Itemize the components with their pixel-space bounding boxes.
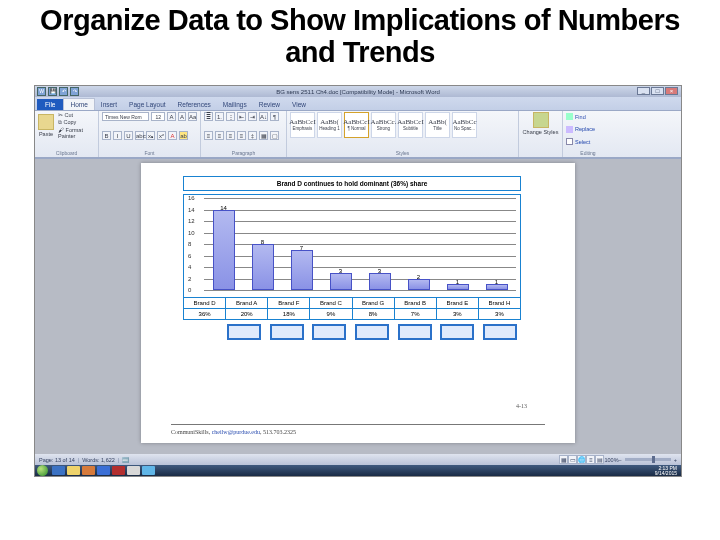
bar-brand-g: 3 xyxy=(363,268,397,290)
taskbar-powerpoint-icon[interactable] xyxy=(82,466,95,475)
maximize-icon[interactable]: □ xyxy=(651,87,664,95)
chart-plot-area: 0246810121416148733211 xyxy=(183,194,521,298)
y-tick-label: 10 xyxy=(188,230,195,236)
outdent-button[interactable]: ⇤ xyxy=(237,112,246,121)
multilevel-button[interactable]: ⋮ xyxy=(226,112,235,121)
callout-box xyxy=(440,324,474,340)
justify-button[interactable]: ≡ xyxy=(237,131,246,140)
style-tile-2[interactable]: AaBbCcI¶ Normal xyxy=(344,112,369,138)
font-size-combo[interactable]: 12 xyxy=(151,112,166,121)
number-button[interactable]: 1. xyxy=(215,112,224,121)
find-button[interactable]: Find xyxy=(566,113,610,120)
sub-button[interactable]: x₂ xyxy=(146,131,155,140)
bold-button[interactable]: B xyxy=(102,131,111,140)
pilcrow-button[interactable]: ¶ xyxy=(270,112,279,121)
taskbar-skype-icon[interactable] xyxy=(142,466,155,475)
tab-references[interactable]: References xyxy=(172,99,217,110)
quick-access-toolbar: W 💾 ↶ ↷ xyxy=(37,87,79,96)
format-painter-button[interactable]: 🖌 Format Painter xyxy=(58,127,95,139)
chart-title: Brand D continues to hold dominant (36%)… xyxy=(183,176,521,191)
zoom-slider[interactable] xyxy=(625,458,671,461)
group-styles: AaBbCcIEmphasisAaBb(Heading 1AaBbCcI¶ No… xyxy=(287,111,519,157)
style-tile-0[interactable]: AaBbCcIEmphasis xyxy=(290,112,315,138)
line-spacing-button[interactable]: ‡ xyxy=(248,131,257,140)
callout-box xyxy=(227,324,261,340)
tab-home[interactable]: Home xyxy=(63,98,94,110)
tab-page-layout[interactable]: Page Layout xyxy=(123,99,172,110)
cat-cell: Brand E xyxy=(436,298,478,308)
highlight-button[interactable]: ab xyxy=(179,131,188,140)
ribbon: Paste ✂ Cut ⧉ Copy 🖌 Format Painter Clip… xyxy=(35,111,681,159)
bars-row: 148733211 xyxy=(204,198,516,290)
replace-button[interactable]: Replace xyxy=(566,126,610,133)
change-styles-button[interactable]: Change Styles xyxy=(522,112,559,135)
indent-button[interactable]: ⇥ xyxy=(248,112,257,121)
tab-view[interactable]: View xyxy=(286,99,312,110)
sort-button[interactable]: A↓ xyxy=(259,112,268,121)
grow-font-button[interactable]: A xyxy=(167,112,175,121)
font-color-button[interactable]: A xyxy=(168,131,177,140)
shading-button[interactable]: ▦ xyxy=(259,131,268,140)
contact-link[interactable]: cheilw@purdue.edu xyxy=(212,429,260,435)
cat-cell: Brand A xyxy=(225,298,267,308)
redo-icon[interactable]: ↷ xyxy=(70,87,79,96)
status-bar: Page: 13 of 14| Words: 1,622| 🔤 ▦ ▭ 🌐 ≡ … xyxy=(35,454,681,465)
taskbar-recorder-icon[interactable] xyxy=(112,466,125,475)
strike-button[interactable]: abc xyxy=(135,131,144,140)
bar-brand-b: 2 xyxy=(402,274,436,291)
save-icon[interactable]: 💾 xyxy=(48,87,57,96)
italic-button[interactable]: I xyxy=(113,131,122,140)
y-tick-label: 0 xyxy=(188,287,191,293)
underline-button[interactable]: U xyxy=(124,131,133,140)
align-center-button[interactable]: ≡ xyxy=(215,131,224,140)
style-tile-4[interactable]: AaBbCcISubtitle xyxy=(398,112,423,138)
tab-insert[interactable]: Insert xyxy=(95,99,123,110)
tab-review[interactable]: Review xyxy=(253,99,286,110)
change-case-button[interactable]: Aa xyxy=(188,112,197,121)
bullets-button[interactable]: ≣ xyxy=(204,112,213,121)
font-family-combo[interactable]: Times New Rom xyxy=(102,112,149,121)
paste-button[interactable]: Paste xyxy=(38,114,54,137)
ribbon-tabstrip: File Home Insert Page Layout References … xyxy=(35,97,681,111)
tab-mailings[interactable]: Mailings xyxy=(217,99,253,110)
style-tile-5[interactable]: AaBb(Title xyxy=(425,112,450,138)
zoom-in-button[interactable]: + xyxy=(674,457,677,463)
close-icon[interactable]: × xyxy=(665,87,678,95)
taskbar-explorer-icon[interactable] xyxy=(67,466,80,475)
minimize-icon[interactable]: _ xyxy=(637,87,650,95)
copy-button[interactable]: ⧉ Copy xyxy=(58,119,95,126)
group-label-paragraph: Paragraph xyxy=(204,150,283,156)
zoom-out-button[interactable]: − xyxy=(619,457,622,463)
borders-button[interactable]: ▢ xyxy=(270,131,279,140)
taskbar-word-icon[interactable] xyxy=(97,466,110,475)
style-tile-1[interactable]: AaBb(Heading 1 xyxy=(317,112,342,138)
zoom-percent[interactable]: 100% xyxy=(604,457,618,463)
style-tile-3[interactable]: AaBbCc.Strong xyxy=(371,112,396,138)
taskbar-chrome-icon[interactable] xyxy=(127,466,140,475)
select-button[interactable]: Select xyxy=(566,138,610,145)
system-clock[interactable]: 2:13 PM9/14/2015 xyxy=(655,466,679,476)
start-button[interactable] xyxy=(37,465,48,476)
style-tile-6[interactable]: AaBbCcNo Spac... xyxy=(452,112,477,138)
status-lang: 🔤 xyxy=(122,457,129,463)
cat-cell: Brand C xyxy=(309,298,351,308)
taskbar-ie-icon[interactable] xyxy=(52,466,65,475)
shrink-font-button[interactable]: A xyxy=(178,112,186,121)
undo-icon[interactable]: ↶ xyxy=(59,87,68,96)
view-outline-button[interactable]: ≡ xyxy=(586,455,595,464)
styles-gallery[interactable]: AaBbCcIEmphasisAaBb(Heading 1AaBbCcI¶ No… xyxy=(290,112,515,138)
cut-button[interactable]: ✂ Cut xyxy=(58,112,95,118)
align-left-button[interactable]: ≡ xyxy=(204,131,213,140)
group-label-styles: Styles xyxy=(290,150,515,156)
tab-file[interactable]: File xyxy=(37,99,63,110)
view-full-button[interactable]: ▭ xyxy=(568,455,577,464)
y-tick-label: 14 xyxy=(188,207,195,213)
view-draft-button[interactable]: ▤ xyxy=(595,455,604,464)
sup-button[interactable]: x² xyxy=(157,131,166,140)
find-icon xyxy=(566,113,573,120)
view-print-layout-button[interactable]: ▦ xyxy=(559,455,568,464)
document-workspace: Brand D continues to hold dominant (36%)… xyxy=(35,159,681,454)
align-right-button[interactable]: ≡ xyxy=(226,131,235,140)
bar-brand-a: 8 xyxy=(246,239,280,290)
view-web-button[interactable]: 🌐 xyxy=(577,455,586,464)
